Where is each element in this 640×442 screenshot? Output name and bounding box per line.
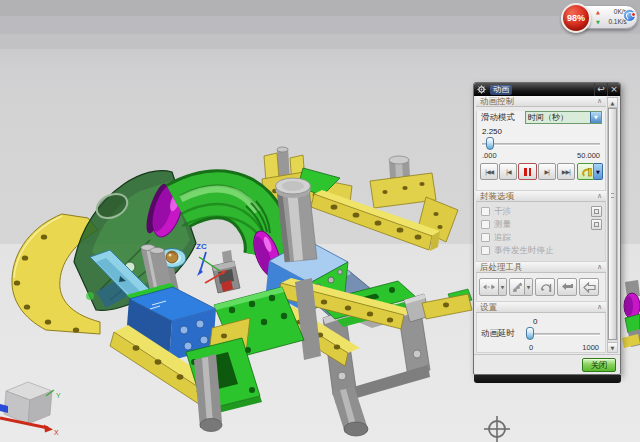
interference-settings-button[interactable] — [591, 206, 602, 217]
dialog-scrollbar[interactable]: ▲ ▼ — [607, 97, 618, 353]
pause-button[interactable] — [518, 163, 536, 180]
large-left-arrow-icon — [583, 282, 596, 293]
playback-controls: |◀◀ |◀ ▶| ▶▶| ▼ — [480, 163, 603, 180]
go-to-start-button[interactable]: |◀◀ — [480, 163, 498, 180]
dialog-titlebar[interactable]: 动画 ↩ × — [474, 83, 620, 96]
slider-thumb[interactable] — [486, 137, 494, 150]
animation-control-panel: 滑动模式 时间（秒） ▼ 2.250 .000 50.000 |◀◀ |◀ ▶| — [476, 111, 606, 191]
dialog-footer: 关闭 — [474, 354, 620, 374]
delay-min: 0 — [529, 343, 533, 352]
animation-dialog: 动画 ↩ × 动画控制 ∧ 滑动模式 时间（秒） ▼ 2.250 .0 — [473, 82, 621, 375]
triad-x-label: X — [54, 429, 59, 436]
collapse-icon[interactable]: ∧ — [597, 98, 602, 105]
dialog-title: 动画 — [490, 85, 512, 95]
scrollbar-thumb[interactable] — [608, 108, 617, 340]
section-header-packaging-options[interactable]: 封装选项 ∧ — [476, 191, 606, 202]
slide-mode-label: 滑动模式 — [481, 112, 525, 124]
step-tool-dropdown-icon[interactable]: ▼ — [525, 278, 533, 296]
slide-mode-select[interactable]: 时间（秒） ▼ — [525, 111, 602, 124]
collapse-icon[interactable]: ∧ — [597, 304, 602, 311]
option-row-interference[interactable]: 干涉 — [477, 205, 605, 218]
interference-checkbox[interactable] — [481, 207, 490, 216]
collapse-icon[interactable]: ∧ — [597, 264, 602, 271]
delay-slider-thumb[interactable] — [526, 327, 534, 340]
spreadsheet-dropdown-icon[interactable]: ▼ — [499, 278, 507, 296]
dialog-drop-shadow — [474, 375, 621, 383]
section-header-settings[interactable]: 设置 ∧ — [476, 302, 606, 313]
dialog-content: 动画控制 ∧ 滑动模式 时间（秒） ▼ 2.250 .000 50.000 |◀… — [476, 96, 606, 354]
rotation-center-crosshair — [484, 416, 510, 442]
step-back-button[interactable]: |◀ — [499, 163, 517, 180]
post-tools-panel: ▼ ▼ — [476, 273, 606, 302]
download-arrow-icon: ▼ — [596, 20, 600, 25]
section-header-post-tools[interactable]: 后处理工具 ∧ — [476, 262, 606, 273]
option-row-stop-on-event[interactable]: 事件发生时停止 — [477, 244, 605, 257]
curved-arrow-icon — [539, 282, 552, 293]
dialog-close-icon[interactable]: × — [607, 83, 620, 96]
triad-y-label: Y — [56, 392, 61, 399]
spreadsheet-run-button[interactable] — [479, 278, 499, 296]
replay-tool-button[interactable] — [535, 278, 555, 296]
view-triad[interactable]: Y X — [0, 382, 61, 436]
range-max: 50.000 — [577, 151, 600, 160]
movie-export-icon — [580, 166, 592, 178]
measure-checkbox[interactable] — [481, 220, 490, 229]
stop-on-event-checkbox[interactable] — [481, 246, 490, 255]
accelerator-ball-icon[interactable] — [623, 9, 636, 22]
scrollbar-down-icon[interactable]: ▼ — [608, 342, 617, 352]
part-right-sliver[interactable] — [622, 280, 640, 348]
collapse-icon[interactable]: ∧ — [597, 193, 602, 200]
notification-dot — [631, 12, 636, 17]
network-monitor-widget[interactable]: 98% ▲ 0K/s ▼ 0.1K/s — [561, 3, 639, 34]
current-time-value: 2.250 — [482, 127, 605, 136]
range-min: .000 — [482, 151, 497, 160]
memory-percent-badge[interactable]: 98% — [561, 3, 591, 33]
packaging-options-panel: 干涉 测量 追踪 事件发生时停止 — [476, 202, 606, 262]
close-button[interactable]: 关闭 — [582, 358, 616, 372]
go-to-end-button[interactable]: ▶▶| — [557, 163, 575, 180]
delay-slider[interactable] — [525, 327, 601, 341]
zc-axis-label: ZC — [196, 242, 207, 251]
option-row-trace[interactable]: 追踪 — [477, 231, 605, 244]
upload-arrow-icon: ▲ — [596, 10, 600, 15]
download-rate: ▼ 0.1K/s — [596, 17, 627, 27]
time-slider[interactable] — [481, 137, 601, 150]
settings-panel: 0 动画延时 0 1000 — [476, 313, 606, 353]
section-header-animation-control[interactable]: 动画控制 ∧ — [476, 96, 606, 107]
step-tool-button[interactable] — [509, 278, 525, 296]
delay-max: 1000 — [582, 343, 599, 352]
delay-value: 0 — [533, 317, 605, 326]
dialog-reset-icon[interactable]: ↩ — [594, 83, 607, 96]
bent-arrow-icon — [561, 282, 574, 293]
double-arrow-icon — [482, 282, 496, 292]
scrollbar-up-icon[interactable]: ▲ — [608, 98, 617, 108]
export-movie-button[interactable] — [577, 163, 594, 180]
back-arrow-button[interactable] — [579, 278, 599, 296]
delay-slider-track[interactable] — [526, 333, 600, 336]
return-arrow-button[interactable] — [557, 278, 577, 296]
step-forward-button[interactable]: ▶| — [538, 163, 556, 180]
dialog-menu-gear-icon[interactable] — [474, 83, 488, 96]
steps-icon — [512, 282, 523, 292]
part-rail-far-right[interactable] — [422, 289, 472, 319]
slider-track[interactable] — [482, 143, 600, 146]
part-sensor-clamp[interactable] — [212, 250, 240, 293]
delay-label: 动画延时 — [481, 328, 525, 340]
play-options-dropdown-icon[interactable]: ▼ — [594, 163, 603, 180]
trace-checkbox[interactable] — [481, 233, 490, 242]
combo-dropdown-icon[interactable]: ▼ — [590, 112, 601, 123]
slide-mode-value: 时间（秒） — [526, 112, 590, 123]
option-row-measure[interactable]: 测量 — [477, 218, 605, 231]
measure-settings-button[interactable] — [591, 219, 602, 230]
